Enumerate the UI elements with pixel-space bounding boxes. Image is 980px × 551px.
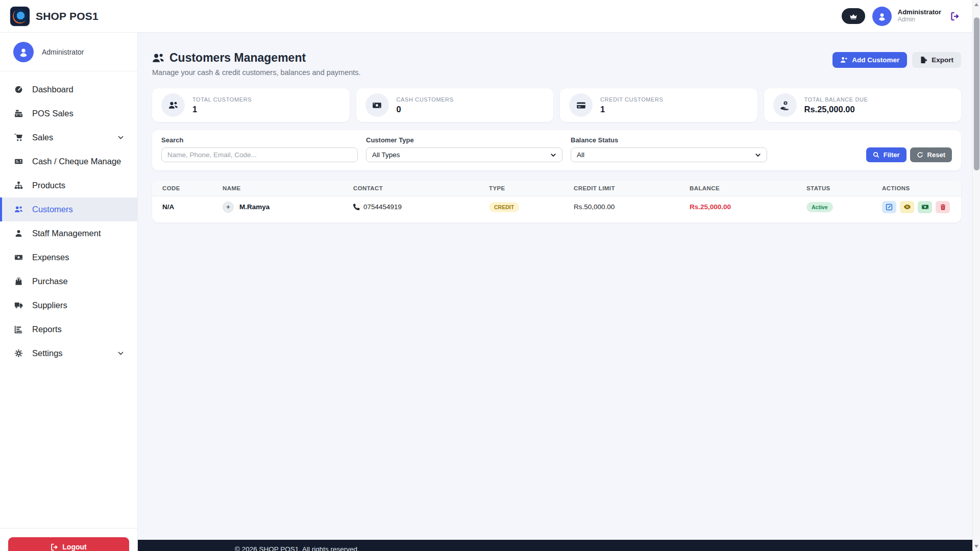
add-customer-label: Add Customer	[852, 56, 899, 64]
column-header-code: CODE	[162, 185, 223, 191]
bag-icon	[13, 277, 23, 286]
search-input[interactable]	[161, 147, 358, 162]
add-customer-button[interactable]: Add Customer	[832, 52, 907, 68]
column-header-actions: ACTIONS	[882, 185, 951, 191]
file-export-icon	[920, 56, 927, 64]
customer-type-select[interactable]: All Types	[366, 147, 562, 162]
sidebar-menu: Dashboard POS Sales Sales Cash / Cheque …	[0, 71, 137, 365]
chevron-down-icon	[117, 350, 124, 357]
cell-actions	[882, 201, 951, 213]
sidebar-item-settings[interactable]: Settings	[0, 341, 137, 365]
sidebar-item-dashboard[interactable]: Dashboard	[0, 78, 137, 102]
stats-row: TOTAL CUSTOMERS 1 CASH CUSTOMERS 0 CREDI…	[152, 88, 961, 122]
sidebar-item-sales[interactable]: Sales	[0, 126, 137, 149]
sidebar-item-label: Settings	[32, 348, 63, 358]
reset-button[interactable]: Reset	[910, 147, 952, 162]
user-circle-icon	[877, 11, 887, 21]
customer-type-value: All Types	[372, 151, 400, 159]
table-header-row: CODE NAME CONTACT TYPE CREDIT LIMIT BALA…	[152, 181, 961, 196]
navbar-right: Administrator Admin	[842, 7, 960, 26]
nav-user-role: Admin	[898, 16, 941, 23]
sidebar-item-label: Dashboard	[32, 85, 74, 94]
page-title: Customers Management	[152, 51, 361, 65]
sidebar-item-label: Cash / Cheque Manage	[32, 157, 121, 166]
delete-button[interactable]	[936, 201, 950, 213]
cell-balance: Rs.25,000.00	[690, 203, 806, 211]
crown-icon	[849, 13, 857, 20]
crown-button[interactable]	[842, 8, 865, 24]
filter-button-label: Filter	[884, 151, 900, 159]
sidebar-item-label: Suppliers	[32, 300, 67, 310]
view-button[interactable]	[900, 201, 914, 213]
cell-status: Active	[806, 202, 882, 212]
filter-button[interactable]: Filter	[866, 147, 906, 162]
export-button[interactable]: Export	[912, 52, 961, 68]
status-badge: Active	[806, 202, 833, 212]
stat-label: TOTAL BALANCE DUE	[804, 96, 868, 103]
gear-icon	[13, 349, 23, 358]
reset-button-label: Reset	[927, 151, 945, 159]
money-bill-icon	[13, 253, 23, 262]
edit-button[interactable]	[882, 201, 896, 213]
cash-register-icon	[13, 109, 23, 118]
contact-number: 0754454919	[363, 203, 402, 211]
sidebar-item-customers[interactable]: Customers	[0, 197, 137, 221]
sidebar-item-label: Reports	[32, 324, 62, 334]
column-header-name: NAME	[223, 185, 353, 191]
search-label: Search	[161, 136, 358, 144]
sidebar-item-cash-cheque[interactable]: Cash / Cheque Manage	[0, 149, 137, 173]
user-avatar[interactable]	[872, 7, 892, 26]
sidebar-item-suppliers[interactable]: Suppliers	[0, 293, 137, 317]
cell-name: + M.Ramya	[223, 202, 353, 213]
scrollbar-down-arrow-icon[interactable]	[974, 545, 978, 548]
user-plus-icon	[840, 56, 848, 64]
window-scrollbar[interactable]	[972, 0, 980, 551]
stat-value: 1	[600, 105, 663, 114]
chevron-down-icon	[755, 152, 761, 158]
sidebar-item-label: Staff Management	[32, 229, 101, 238]
logout-button[interactable]: Logout	[8, 537, 129, 551]
sign-out-icon	[51, 543, 58, 551]
balance-status-select[interactable]: All	[571, 147, 767, 162]
column-header-status: STATUS	[806, 185, 882, 191]
gauge-icon	[13, 85, 23, 94]
credit-card-icon	[569, 93, 593, 117]
sidebar-avatar	[13, 42, 34, 62]
customer-type-label: Customer Type	[366, 136, 562, 144]
stat-card-cash-customers: CASH CUSTOMERS 0	[356, 88, 554, 122]
navbar-logout-button[interactable]	[950, 12, 960, 21]
column-header-type: TYPE	[489, 185, 574, 191]
sidebar-item-purchase[interactable]: Purchase	[0, 269, 137, 293]
sign-out-icon	[950, 12, 960, 21]
sidebar-profile-name: Administrator	[42, 48, 84, 56]
chevron-down-icon	[117, 134, 124, 141]
sidebar-item-expenses[interactable]: Expenses	[0, 245, 137, 269]
phone-icon	[353, 204, 360, 210]
sidebar-bottom: Logout	[0, 528, 137, 551]
page-subtitle: Manage your cash & credit customers, bal…	[152, 68, 361, 77]
stat-label: CREDIT CUSTOMERS	[600, 96, 663, 103]
payment-button[interactable]	[918, 201, 932, 213]
sidebar-item-label: Purchase	[32, 277, 68, 286]
balance-status-value: All	[577, 151, 584, 159]
sidebar-item-products[interactable]: Products	[0, 173, 137, 197]
sidebar-item-reports[interactable]: Reports	[0, 317, 137, 341]
search-icon	[873, 152, 879, 158]
brand-logo-icon	[9, 6, 31, 27]
users-icon	[152, 52, 164, 64]
pen-square-icon	[886, 204, 893, 211]
page-header: Customers Management Manage your cash & …	[152, 51, 961, 77]
rotate-icon	[917, 152, 923, 158]
scrollbar-thumb[interactable]	[974, 17, 979, 170]
logout-button-label: Logout	[62, 543, 86, 551]
sidebar-item-label: Sales	[32, 133, 53, 142]
sidebar-item-pos-sales[interactable]: POS Sales	[0, 102, 137, 126]
trash-icon	[940, 204, 946, 211]
money-bill-icon	[365, 93, 389, 117]
sidebar-item-label: POS Sales	[32, 109, 74, 118]
expand-row-button[interactable]: +	[223, 202, 234, 213]
scrollbar-up-arrow-icon[interactable]	[974, 3, 978, 6]
sidebar-item-staff-management[interactable]: Staff Management	[0, 221, 137, 245]
header-actions: Add Customer Export	[832, 52, 961, 68]
cell-credit-limit: Rs.50,000.00	[574, 203, 690, 211]
